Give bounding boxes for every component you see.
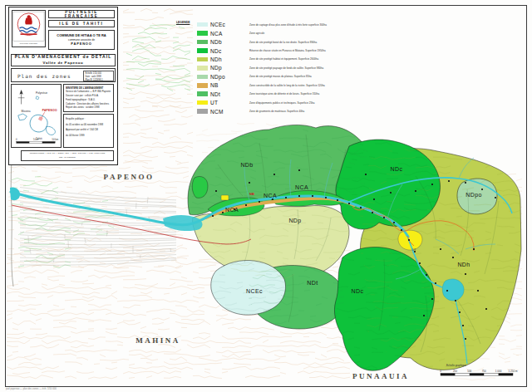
legend-code: NDc [210,48,235,54]
legend-swatch [197,109,208,114]
locator-scalebar: 0 5 km 10 km [16,138,59,143]
zone-ut-small[interactable] [221,195,229,200]
legend-code: NDp [210,65,235,71]
legend-swatch [197,31,208,36]
legend-item[interactable]: NDpoZone de site protégé marais du plate… [171,72,364,81]
locator-moorea-label: Moorea [22,110,31,113]
zone-label-ndc-s: NDc [352,288,364,294]
legend-item[interactable]: NCEcZone de captage d'eau plus zone d'ét… [171,21,364,29]
scale-tick: 1 000 [495,370,502,373]
legend-code: NB [210,82,235,88]
legend-description: Zone de site protégé habitat et équipeme… [249,57,318,61]
legend-swatch [197,66,208,71]
note-line: du 05 octobre au 06 novembre 1998 [66,122,111,128]
zone-label-ncec: NCEc [246,288,263,294]
legend-description: Réserve de chasse située en Punaruu et M… [249,49,326,52]
note-line: Report des zones : octobre 1998 [66,105,111,110]
legend-item[interactable]: NDbZone de site protégé boisé de la rive… [171,37,364,46]
legend-code: NCEc [210,22,235,27]
scale-tick: 1 250 m [509,370,518,373]
legend-item[interactable]: NDcRéserve de chasse située en Punaruu e… [171,47,364,55]
plan-title-box: PLAN D'AMENAGEMENT de DETAIL Vallée de P… [11,54,116,66]
svg-text:0: 0 [16,138,17,141]
zone-label-nca-2: NCA [295,184,308,190]
legend-description: Zone de site protégé marais du plateau. … [249,75,312,78]
locator-map: Polynésie Moorea PAPENOO Tahiti 0 5 km 1… [12,85,61,147]
legend-swatch [197,40,208,45]
legend-swatch [197,83,208,88]
legend-description: Zone agricole [249,32,264,35]
scale-title: Echelle graphique [446,364,466,367]
region-title: POLYNESIE FRANCAISE [48,10,115,18]
zoning-layer [188,125,521,370]
sheet-meta: Echelle 1/10 000 Date : août 1998 Plan N… [83,71,114,81]
legend-item[interactable]: NDhZone de site protégé habitat et équip… [171,55,364,63]
scale-tick: 750 [482,370,486,373]
place-label-mahina: MAHINA [135,336,180,345]
zone-label-ndh: NDh [457,262,470,267]
zone-ut-junction[interactable] [398,230,422,250]
title-block: Polynésie française POLYNESIE FRANCAISE … [8,7,118,165]
notes-box-admin: MINISTERE DE L'AMENAGEMENT Service de l'… [63,84,114,112]
polynesia-emblem-icon: Polynésie française [12,11,45,47]
legend-swatch [197,91,208,96]
commune-box: COMMUNE DE HITIAA O TE RA commune associ… [48,30,115,50]
legend-swatch [197,75,208,80]
note-line: du 04 février 1999 [66,133,111,139]
coord-line-2: Lab : 34 Pacifique [59,156,76,160]
legend-description: Zone constructible de la vallée le long … [249,84,325,87]
island-title: ILE DE TAHITI [48,20,115,27]
legend-code: NDpo [210,74,235,80]
plan-title: PLAN D'AMENAGEMENT de DETAIL [15,54,112,61]
zone-label-ndt: NDt [307,280,318,286]
legend-item[interactable]: NDpZone de site protégé paysage de fonds… [171,64,364,72]
place-label-papenoo: PAPENOO [104,173,155,181]
legend-rows: NCEcZone de captage d'eau plus zone d'ét… [171,21,364,116]
graphic-scale: Echelle graphique 0 250 500 750 1 000 1 … [440,364,518,375]
sheet-number: Plan N° 1223/98.1 [86,79,112,82]
legend-item[interactable]: NBZone constructible de la vallée le lon… [171,81,364,90]
zone-label-ndp: NDp [288,218,301,224]
legend-description: Zone de captage d'eau plus zone d'étude … [249,23,327,27]
sheet-title: Plan des zones [17,73,71,79]
legend-description: Zone d'équipements publics et techniques… [249,101,314,105]
legend-description: Zone de site protégé boisé de la rive dr… [249,41,317,44]
coordinates-note: Méridien origine : I.G.N. 63 — Trame : T… [21,150,114,161]
papenoo-area-marker [38,116,43,121]
north-arrow-icon [18,90,25,104]
legend-header: LEGENDE [176,21,190,24]
scale-tick: 250 [453,370,457,373]
tahiti-nui-outline [30,115,47,132]
map-sheet: PAPENOO MAHINA PUNAAUIA NDb NDc NDpo NCA… [0,0,532,392]
emblem-caption: Polynésie française [20,42,38,45]
locator-papenoo-label: PAPENOO [42,109,57,112]
notes-box-approval: Enquête publique : du 05 octobre au 06 n… [63,114,114,148]
legend-description: Zone de gisements de matériaux. Superfic… [249,110,304,113]
moorea-outline [18,114,27,120]
commune-associee: PAPENOO [71,42,91,47]
small-label-nb: NB [249,192,254,196]
zone-label-ndpo: NDpo [466,192,482,198]
svg-text:10 km: 10 km [52,138,58,141]
plan-subtitle: Vallée de Papenoo [43,61,84,66]
legend-swatch [197,48,208,53]
legend-item[interactable]: NCAZone agricole [171,29,364,37]
legend-code: NCA [210,31,235,37]
note-line: Approuvé par arrêté n° 164 CM [66,127,111,133]
legend-swatch [197,22,208,27]
note-line: Enquête publique : [66,116,111,122]
legend-code: NCM [210,109,235,115]
legend-item[interactable]: NCMZone de gisements de matériaux. Super… [171,107,364,115]
legend-item[interactable]: NDtZone touristique aires de détente et … [171,90,364,98]
legend-description: Zone touristique aires de détente et de … [249,92,319,96]
locator-box: Polynésie Moorea PAPENOO Tahiti 0 5 km 1… [11,84,62,148]
scale-tick: 500 [467,370,471,373]
polynesie-icon [36,96,39,100]
legend-item[interactable]: UTZone d'équipements publics et techniqu… [171,98,364,106]
svg-text:5 km: 5 km [33,138,39,141]
legend-code: UT [210,100,235,105]
lake [442,279,464,301]
coat-of-arms: Polynésie française [12,10,46,47]
legend-code: NDt [210,91,235,97]
zone-label-nca-3: NCA [225,207,239,213]
